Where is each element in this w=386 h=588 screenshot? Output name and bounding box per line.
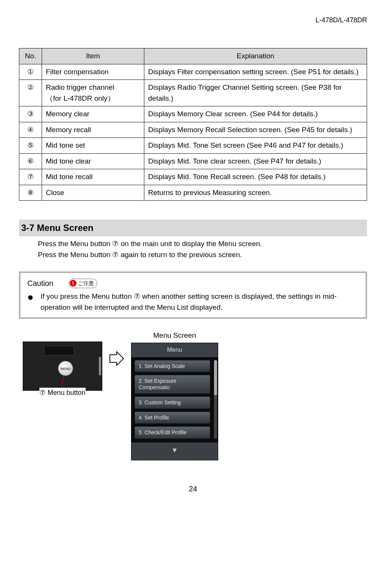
- chevron-down-icon[interactable]: ▼: [131, 445, 218, 455]
- section-title: 3-7 Menu Screen: [19, 220, 367, 236]
- cell-no: ⑥: [19, 153, 42, 169]
- device-thumbnail: MENU: [23, 342, 102, 391]
- caution-badge-text: ご注意: [78, 279, 94, 287]
- header-model: L-478D/L-478DR: [19, 15, 367, 25]
- caution-box: Caution ! ご注意 ● If you press the Menu bu…: [19, 271, 367, 319]
- exclamation-icon: !: [70, 280, 77, 287]
- col-header-no: No.: [19, 48, 42, 64]
- arrow-right-icon: [109, 351, 124, 366]
- device-caption: ⑦ Menu button: [39, 388, 85, 398]
- cell-item: Memory clear: [42, 106, 144, 122]
- menu-screen-label: Menu Screen: [153, 330, 196, 341]
- bullet-icon: ●: [27, 292, 34, 303]
- caution-label: Caution: [27, 278, 53, 289]
- section-line: Press the Menu button ⑦ on the main unit…: [38, 239, 367, 250]
- svg-marker-0: [110, 352, 123, 365]
- menu-item[interactable]: 2. Set Exposure Compensatio: [134, 375, 210, 394]
- col-header-explanation: Explanation: [144, 48, 367, 64]
- cell-no: ⑤: [19, 138, 42, 154]
- cell-no: ①: [19, 64, 42, 80]
- cell-item: Mid tone set: [42, 138, 144, 154]
- scrollbar[interactable]: [214, 360, 217, 439]
- cell-explanation: Displays Mid. Tone Set screen (See P46 a…: [144, 138, 367, 154]
- cell-explanation: Displays Radio Trigger Channel Setting s…: [144, 80, 367, 106]
- page-number: 24: [19, 483, 367, 494]
- cell-explanation: Displays Mid. Tone clear screen. (See P4…: [144, 153, 367, 169]
- cell-no: ⑦: [19, 169, 42, 185]
- section-line: Press the Menu button ⑦ again to return …: [38, 250, 367, 260]
- cell-item: Filter compensation: [42, 64, 144, 80]
- menu-item[interactable]: 3. Custom Setting: [134, 396, 210, 409]
- table-row: ⑦Mid tone recallDisplays Mid. Tone Recal…: [19, 169, 367, 185]
- menu-screen: Menu 1. Set Analog Scale2. Set Exposure …: [131, 343, 218, 461]
- cell-item: Radio trigger channel （for L-478DR only）: [42, 80, 144, 106]
- caution-text: If you press the Menu button ⑦ when anot…: [41, 291, 359, 313]
- caution-badge: ! ご注意: [69, 279, 97, 288]
- cell-no: ④: [19, 122, 42, 138]
- table-row: ③Memory clearDisplays Memory Clear scree…: [19, 106, 367, 122]
- col-header-item: Item: [42, 48, 144, 64]
- menu-item[interactable]: 5. Check/Edit Profile: [134, 426, 210, 439]
- diagram-area: MENU ⑦ Menu button Menu Screen Menu 1. S…: [23, 330, 367, 460]
- menu-item[interactable]: 1. Set Analog Scale: [134, 360, 210, 373]
- menu-screen-title: Menu: [131, 343, 218, 357]
- cell-no: ⑧: [19, 185, 42, 201]
- cell-no: ②: [19, 80, 42, 106]
- cell-item: Memory recall: [42, 122, 144, 138]
- menu-item[interactable]: 4. Set Profile: [134, 412, 210, 424]
- cell-item: Mid tone clear: [42, 153, 144, 169]
- cell-explanation: Displays Mid. Tone Recall screen. (See P…: [144, 169, 367, 185]
- cell-item: Mid tone recall: [42, 169, 144, 185]
- menu-button-icon: MENU: [58, 361, 73, 376]
- table-row: ①Filter compensationDisplays Filter comp…: [19, 64, 367, 80]
- pointer-line: [61, 375, 65, 387]
- cell-explanation: Displays Filter compensation setting scr…: [144, 64, 367, 80]
- table-row: ⑤Mid tone setDisplays Mid. Tone Set scre…: [19, 138, 367, 154]
- table-row: ④Memory recallDisplays Memory Recall Sel…: [19, 122, 367, 138]
- cell-item: Close: [42, 185, 144, 201]
- cell-explanation: Displays Memory Recall Selection screen.…: [144, 122, 367, 138]
- cell-explanation: Returns to previous Measuring screen.: [144, 185, 367, 201]
- section-body: Press the Menu button ⑦ on the main unit…: [19, 239, 367, 260]
- table-row: ⑥Mid tone clearDisplays Mid. Tone clear …: [19, 153, 367, 169]
- table-row: ⑧CloseReturns to previous Measuring scre…: [19, 185, 367, 201]
- spec-table: No. Item Explanation ①Filter compensatio…: [19, 48, 367, 201]
- table-row: ②Radio trigger channel （for L-478DR only…: [19, 80, 367, 106]
- cell-no: ③: [19, 106, 42, 122]
- cell-explanation: Displays Memory Clear screen. (See P44 f…: [144, 106, 367, 122]
